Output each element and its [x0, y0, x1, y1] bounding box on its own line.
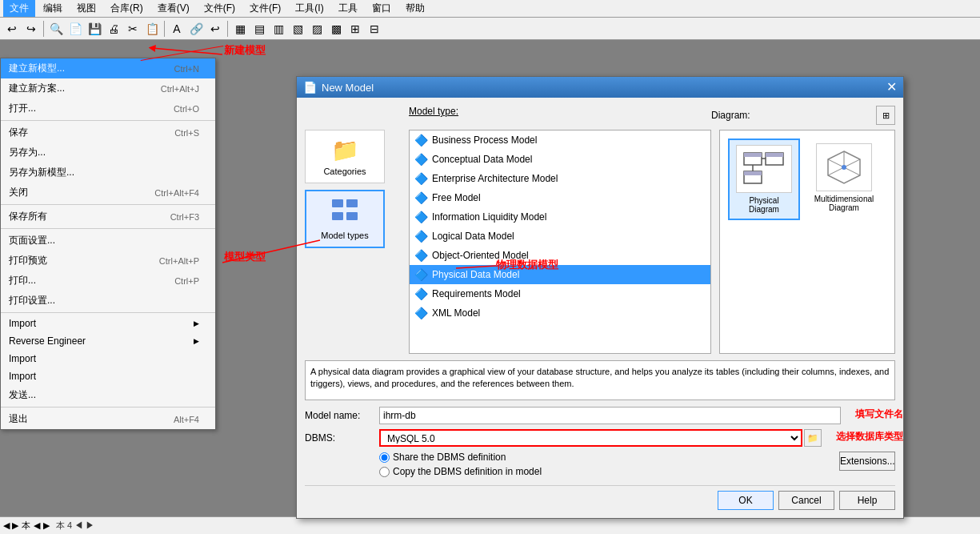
dialog-title: New Model [322, 82, 374, 94]
svg-rect-3 [346, 212, 358, 220]
model-icon-4: 🔷 [414, 211, 427, 223]
menu-edit[interactable]: 编辑 [37, 0, 69, 17]
tb-btn3[interactable]: 💾 [86, 20, 103, 38]
menu-print-setup[interactable]: 打印设置... [1, 291, 215, 311]
menu-new-model[interactable]: 建立新模型... Ctrl+N [1, 58, 215, 78]
menu-window[interactable]: 窗口 [366, 0, 398, 17]
model-item-1[interactable]: 🔷 Conceptual Data Model [410, 150, 710, 169]
tb-btn1[interactable]: 🔍 [47, 20, 65, 38]
status-page-num: ◀ [34, 520, 40, 531]
menu-send[interactable]: 发送... [1, 385, 215, 405]
menu-tools1[interactable]: 工具(I) [289, 0, 330, 17]
tb-btn7[interactable]: A [168, 20, 186, 38]
model-item-4[interactable]: 🔷 Information Liquidity Model [410, 207, 710, 227]
extensions-button[interactable]: Extensions... [839, 452, 895, 471]
tb-btn17[interactable]: ⊟ [366, 20, 383, 38]
menu-close[interactable]: 关闭 Ctrl+Alt+F4 [1, 183, 215, 203]
model-types-item[interactable]: Model types [305, 190, 385, 248]
help-button[interactable]: Help [839, 491, 895, 510]
dbms-select[interactable]: MySQL 5.0 [379, 429, 802, 447]
diagram-physical[interactable]: Physical Diagram [728, 139, 800, 220]
cancel-button[interactable]: Cancel [778, 491, 834, 510]
menu-import2[interactable]: Import [1, 350, 215, 367]
radio-share-input[interactable] [379, 452, 390, 463]
radio-copy-input[interactable] [379, 467, 390, 477]
dialog-close-button[interactable]: ✕ [886, 81, 897, 94]
menu-open[interactable]: 打开... Ctrl+O [1, 98, 215, 118]
categories-label: Categories [323, 167, 366, 176]
model-icon-9: 🔷 [414, 307, 427, 319]
redo-btn[interactable]: ↪ [22, 20, 40, 38]
radio-group: Share the DBMS definition Copy the DBMS … [379, 452, 542, 477]
tb-btn11[interactable]: ▤ [250, 20, 268, 38]
menu-repo[interactable]: 合库(R) [104, 0, 150, 17]
menu-save-all[interactable]: 保存所有 Ctrl+F3 [1, 207, 215, 227]
model-name-row: Model name: 填写文件名 [305, 407, 895, 424]
annotation-select-db: 选择数据库类型 [836, 430, 903, 444]
sep-before-import [1, 312, 215, 313]
menu-new-scheme[interactable]: 建立新方案... Ctrl+Alt+J [1, 78, 215, 98]
menu-import3[interactable]: Import [1, 367, 215, 385]
svg-rect-2 [332, 212, 343, 220]
dialog-section-labels: Model type: Diagram: ⊞ [305, 106, 895, 125]
model-list-section: 🔷 Business Process Model 🔷 Conceptual Da… [409, 130, 711, 354]
model-icon-0: 🔷 [414, 134, 427, 147]
tb-btn10[interactable]: ▦ [231, 20, 249, 38]
tb-btn8[interactable]: 🔗 [187, 20, 205, 38]
menu-import1[interactable]: Import [1, 315, 215, 332]
menu-file3[interactable]: 文件(F) [243, 0, 287, 17]
dbms-row: DBMS: MySQL 5.0 📁 选择数据库类型 [305, 429, 895, 447]
dialog-footer: OK Cancel Help [305, 485, 895, 510]
tb-btn6[interactable]: 📋 [143, 20, 161, 38]
radio-copy[interactable]: Copy the DBMS definition in model [379, 466, 542, 477]
tb-btn12[interactable]: ▥ [270, 20, 287, 38]
sep-before-exit [1, 407, 215, 408]
menu-print[interactable]: 打印... Ctrl+P [1, 271, 215, 291]
menu-view[interactable]: 视图 [70, 0, 102, 17]
model-item-2[interactable]: 🔷 Enterprise Architecture Model [410, 169, 710, 188]
menu-search[interactable]: 查看(V) [151, 0, 196, 17]
model-item-8[interactable]: 🔷 Requirements Model [410, 284, 710, 303]
tb-btn9[interactable]: ↩ [206, 20, 224, 38]
statusbar: ◀ ▶ 本 ◀ ▶ 本 4 ◀ ▶ [0, 516, 980, 534]
model-item-5[interactable]: 🔷 Logical Data Model [410, 227, 710, 246]
radio-share[interactable]: Share the DBMS definition [379, 452, 542, 463]
ok-button[interactable]: OK [718, 491, 774, 510]
model-name-input[interactable] [379, 407, 841, 424]
model-item-9[interactable]: 🔷 XML Model [410, 303, 710, 323]
tb-btn2[interactable]: 📄 [66, 20, 84, 38]
menu-save[interactable]: 保存 Ctrl+S [1, 122, 215, 143]
annotation-model-type: 模型类型 [224, 250, 266, 264]
menu-save-as-new[interactable]: 另存为新模型... [1, 163, 215, 183]
main-area: 建立新模型... Ctrl+N 建立新方案... Ctrl+Alt+J 打开..… [0, 40, 980, 516]
model-list[interactable]: 🔷 Business Process Model 🔷 Conceptual Da… [409, 130, 711, 354]
tb-btn4[interactable]: 🖨 [105, 20, 122, 38]
model-icon-7: 🔷 [414, 268, 427, 281]
menu-reverse-engineer[interactable]: Reverse Engineer [1, 332, 215, 350]
menu-print-preview[interactable]: 打印预览 Ctrl+Alt+P [1, 251, 215, 271]
model-item-6[interactable]: 🔷 Object-Oriented Model [410, 246, 710, 265]
menu-tools2[interactable]: 工具 [332, 0, 364, 17]
menu-exit[interactable]: 退出 Alt+F4 [1, 409, 215, 429]
diagram-multidim[interactable]: MultidimensionalDiagram [808, 139, 880, 220]
view-mode-button[interactable]: ⊞ [876, 106, 895, 125]
menu-file[interactable]: 文件 [3, 0, 35, 17]
tb-btn5[interactable]: ✂ [124, 20, 142, 38]
menu-save-as[interactable]: 另存为... [1, 143, 215, 163]
tb-btn13[interactable]: ▧ [289, 20, 306, 38]
dbms-browse-button[interactable]: 📁 [804, 429, 822, 447]
model-item-7[interactable]: 🔷 Physical Data Model [410, 265, 710, 284]
model-item-3[interactable]: 🔷 Free Model [410, 188, 710, 207]
model-item-label-4: Information Liquidity Model [432, 211, 546, 223]
tb-btn16[interactable]: ⊞ [346, 20, 364, 38]
tb-btn15[interactable]: ▩ [327, 20, 345, 38]
tb-btn14[interactable]: ▨ [308, 20, 326, 38]
model-item-label-3: Free Model [432, 192, 481, 203]
model-item-0[interactable]: 🔷 Business Process Model [410, 130, 710, 150]
menu-help[interactable]: 帮助 [399, 0, 431, 17]
menu-file2[interactable]: 文件(F) [198, 0, 242, 17]
undo-btn[interactable]: ↩ [3, 20, 21, 38]
menubar: 文件 编辑 视图 合库(R) 查看(V) 文件(F) 文件(F) 工具(I) 工… [0, 0, 980, 18]
categories-item[interactable]: 📁 Categories [305, 130, 385, 183]
menu-page-setup[interactable]: 页面设置... [1, 231, 215, 251]
